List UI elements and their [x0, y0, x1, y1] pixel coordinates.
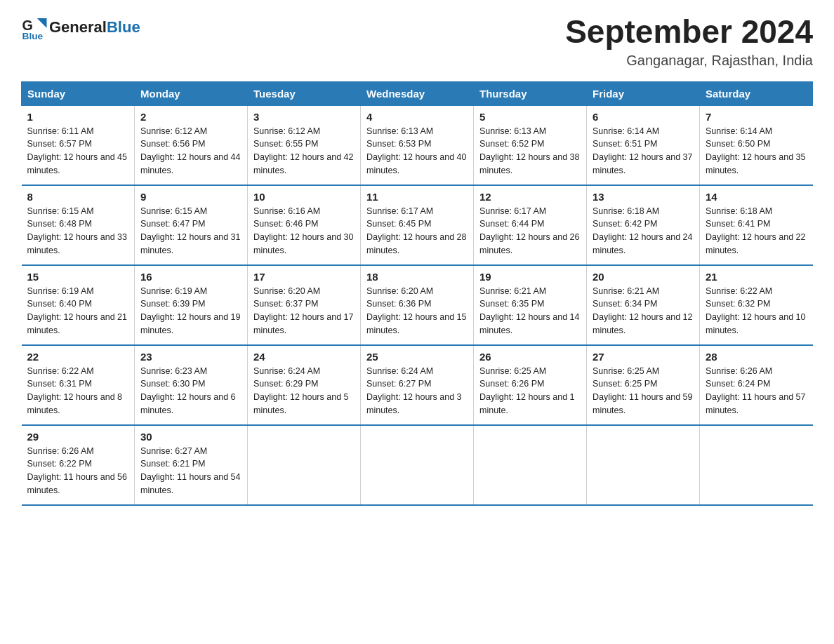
daylight: Daylight: 11 hours and 56 minutes.: [27, 472, 127, 495]
day-info: Sunrise: 6:15 AM Sunset: 6:47 PM Dayligh…: [140, 205, 241, 257]
daylight: Daylight: 12 hours and 8 minutes.: [27, 392, 123, 415]
sunrise: Sunrise: 6:15 AM: [27, 206, 94, 216]
daylight: Daylight: 12 hours and 31 minutes.: [140, 232, 240, 255]
calendar-cell: 7 Sunrise: 6:14 AM Sunset: 6:50 PM Dayli…: [700, 105, 813, 185]
day-info: Sunrise: 6:25 AM Sunset: 6:25 PM Dayligh…: [593, 365, 694, 417]
sunset: Sunset: 6:21 PM: [140, 459, 205, 469]
daylight: Daylight: 12 hours and 15 minutes.: [366, 312, 466, 335]
calendar-cell: 10 Sunrise: 6:16 AM Sunset: 6:46 PM Dayl…: [248, 185, 361, 265]
header-row: Sunday Monday Tuesday Wednesday Thursday…: [22, 81, 813, 105]
calendar-week-row: 8 Sunrise: 6:15 AM Sunset: 6:48 PM Dayli…: [22, 185, 813, 265]
daylight: Daylight: 12 hours and 28 minutes.: [366, 232, 466, 255]
sunrise: Sunrise: 6:14 AM: [706, 126, 772, 136]
day-number: 18: [366, 271, 468, 283]
daylight: Daylight: 12 hours and 1 minute.: [479, 392, 575, 415]
calendar-cell: [474, 425, 587, 505]
day-number: 6: [593, 111, 694, 123]
sunset: Sunset: 6:55 PM: [253, 139, 318, 149]
day-number: 26: [479, 351, 581, 363]
day-info: Sunrise: 6:21 AM Sunset: 6:34 PM Dayligh…: [593, 285, 694, 337]
title-block: September 2024 Ganganagar, Rajasthan, In…: [565, 14, 813, 69]
day-info: Sunrise: 6:24 AM Sunset: 6:27 PM Dayligh…: [366, 365, 468, 417]
day-info: Sunrise: 6:26 AM Sunset: 6:22 PM Dayligh…: [27, 445, 129, 497]
sunrise: Sunrise: 6:21 AM: [593, 286, 659, 296]
sunrise: Sunrise: 6:24 AM: [253, 366, 320, 376]
day-info: Sunrise: 6:17 AM Sunset: 6:44 PM Dayligh…: [479, 205, 581, 257]
calendar-cell: 24 Sunrise: 6:24 AM Sunset: 6:29 PM Dayl…: [248, 345, 361, 425]
sunset: Sunset: 6:31 PM: [27, 379, 92, 389]
calendar-cell: 18 Sunrise: 6:20 AM Sunset: 6:36 PM Dayl…: [361, 265, 474, 345]
sunrise: Sunrise: 6:12 AM: [140, 126, 207, 136]
sunrise: Sunrise: 6:19 AM: [140, 286, 207, 296]
daylight: Daylight: 12 hours and 40 minutes.: [366, 152, 466, 175]
day-info: Sunrise: 6:25 AM Sunset: 6:26 PM Dayligh…: [479, 365, 581, 417]
day-info: Sunrise: 6:14 AM Sunset: 6:50 PM Dayligh…: [706, 125, 807, 177]
sunrise: Sunrise: 6:17 AM: [479, 206, 546, 216]
day-number: 22: [27, 351, 129, 363]
daylight: Daylight: 12 hours and 33 minutes.: [27, 232, 127, 255]
day-number: 15: [27, 271, 129, 283]
svg-text:G: G: [22, 18, 33, 33]
sunset: Sunset: 6:39 PM: [140, 299, 205, 309]
col-monday: Monday: [135, 81, 248, 105]
calendar-week-row: 22 Sunrise: 6:22 AM Sunset: 6:31 PM Dayl…: [22, 345, 813, 425]
day-info: Sunrise: 6:22 AM Sunset: 6:32 PM Dayligh…: [706, 285, 807, 337]
calendar-cell: 25 Sunrise: 6:24 AM Sunset: 6:27 PM Dayl…: [361, 345, 474, 425]
calendar-cell: 28 Sunrise: 6:26 AM Sunset: 6:24 PM Dayl…: [700, 345, 813, 425]
sunset: Sunset: 6:46 PM: [253, 219, 318, 229]
logo-general: General: [49, 18, 107, 36]
sunset: Sunset: 6:45 PM: [366, 219, 431, 229]
daylight: Daylight: 12 hours and 3 minutes.: [366, 392, 462, 415]
calendar-cell: 20 Sunrise: 6:21 AM Sunset: 6:34 PM Dayl…: [587, 265, 700, 345]
calendar-cell: 29 Sunrise: 6:26 AM Sunset: 6:22 PM Dayl…: [22, 425, 135, 505]
calendar-week-row: 1 Sunrise: 6:11 AM Sunset: 6:57 PM Dayli…: [22, 105, 813, 185]
sunrise: Sunrise: 6:22 AM: [706, 286, 772, 296]
calendar-cell: 1 Sunrise: 6:11 AM Sunset: 6:57 PM Dayli…: [22, 105, 135, 185]
day-number: 28: [706, 351, 807, 363]
sunset: Sunset: 6:50 PM: [706, 139, 770, 149]
day-number: 5: [479, 111, 581, 123]
sunset: Sunset: 6:44 PM: [479, 219, 544, 229]
calendar-cell: 22 Sunrise: 6:22 AM Sunset: 6:31 PM Dayl…: [22, 345, 135, 425]
location: Ganganagar, Rajasthan, India: [565, 53, 813, 69]
daylight: Daylight: 12 hours and 17 minutes.: [253, 312, 353, 335]
day-info: Sunrise: 6:12 AM Sunset: 6:55 PM Dayligh…: [253, 125, 355, 177]
calendar-cell: 4 Sunrise: 6:13 AM Sunset: 6:53 PM Dayli…: [361, 105, 474, 185]
month-year: September 2024: [565, 14, 813, 50]
sunrise: Sunrise: 6:13 AM: [479, 126, 546, 136]
day-number: 30: [140, 431, 241, 443]
day-number: 25: [366, 351, 468, 363]
day-number: 1: [27, 111, 129, 123]
sunset: Sunset: 6:40 PM: [27, 299, 92, 309]
daylight: Daylight: 12 hours and 26 minutes.: [479, 232, 579, 255]
sunrise: Sunrise: 6:21 AM: [479, 286, 546, 296]
calendar-cell: 21 Sunrise: 6:22 AM Sunset: 6:32 PM Dayl…: [700, 265, 813, 345]
day-number: 27: [593, 351, 694, 363]
calendar-cell: 6 Sunrise: 6:14 AM Sunset: 6:51 PM Dayli…: [587, 105, 700, 185]
daylight: Daylight: 12 hours and 12 minutes.: [593, 312, 692, 335]
sunrise: Sunrise: 6:26 AM: [27, 446, 94, 456]
sunrise: Sunrise: 6:17 AM: [366, 206, 433, 216]
sunset: Sunset: 6:57 PM: [27, 139, 92, 149]
day-number: 19: [479, 271, 581, 283]
sunset: Sunset: 6:42 PM: [593, 219, 657, 229]
daylight: Daylight: 12 hours and 35 minutes.: [706, 152, 805, 175]
sunset: Sunset: 6:25 PM: [593, 379, 657, 389]
sunrise: Sunrise: 6:25 AM: [593, 366, 659, 376]
day-info: Sunrise: 6:22 AM Sunset: 6:31 PM Dayligh…: [27, 365, 129, 417]
calendar-cell: 30 Sunrise: 6:27 AM Sunset: 6:21 PM Dayl…: [135, 425, 248, 505]
calendar-week-row: 15 Sunrise: 6:19 AM Sunset: 6:40 PM Dayl…: [22, 265, 813, 345]
sunset: Sunset: 6:30 PM: [140, 379, 205, 389]
day-info: Sunrise: 6:20 AM Sunset: 6:37 PM Dayligh…: [253, 285, 355, 337]
calendar-cell: 12 Sunrise: 6:17 AM Sunset: 6:44 PM Dayl…: [474, 185, 587, 265]
day-number: 13: [593, 191, 694, 203]
sunrise: Sunrise: 6:20 AM: [253, 286, 320, 296]
logo-text: GeneralBlue: [49, 18, 140, 36]
sunset: Sunset: 6:29 PM: [253, 379, 318, 389]
day-number: 10: [253, 191, 355, 203]
col-sunday: Sunday: [22, 81, 135, 105]
sunset: Sunset: 6:56 PM: [140, 139, 205, 149]
sunset: Sunset: 6:35 PM: [479, 299, 544, 309]
daylight: Daylight: 12 hours and 44 minutes.: [140, 152, 240, 175]
calendar-cell: 13 Sunrise: 6:18 AM Sunset: 6:42 PM Dayl…: [587, 185, 700, 265]
